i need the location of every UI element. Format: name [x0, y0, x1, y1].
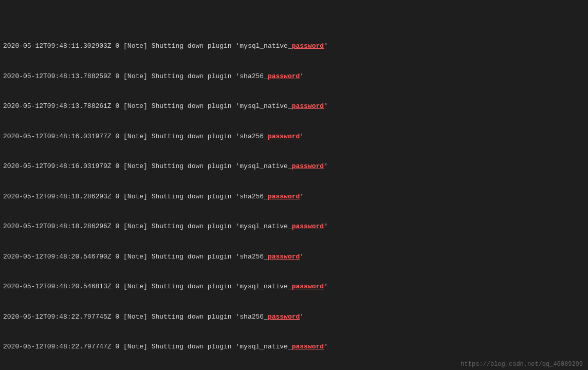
log-line-1: 2020-05-12T09:48:11.302903Z 0 [Note] Shu… — [3, 41, 585, 51]
log-line-6: 2020-05-12T09:48:18.286293Z 0 [Note] Shu… — [3, 192, 585, 202]
log-line-7: 2020-05-12T09:48:18.286296Z 0 [Note] Shu… — [3, 221, 585, 232]
terminal-content: 2020-05-12T09:48:11.302903Z 0 [Note] Shu… — [0, 0, 588, 370]
terminal-window: 2020-05-12T09:48:11.302903Z 0 [Note] Shu… — [0, 0, 588, 370]
log-line-11: 2020-05-12T09:48:22.797747Z 0 [Note] Shu… — [3, 342, 585, 352]
log-line-8: 2020-05-12T09:48:20.546790Z 0 [Note] Shu… — [3, 252, 585, 262]
watermark: https://blog.csdn.net/qq_46089299 — [461, 361, 583, 368]
log-line-9: 2020-05-12T09:48:20.546813Z 0 [Note] Shu… — [3, 282, 585, 292]
log-line-3: 2020-05-12T09:48:13.788261Z 0 [Note] Shu… — [3, 101, 585, 112]
log-line-4: 2020-05-12T09:48:16.031977Z 0 [Note] Shu… — [3, 132, 585, 142]
log-line-5: 2020-05-12T09:48:16.031979Z 0 [Note] Shu… — [3, 161, 585, 172]
log-line-10: 2020-05-12T09:48:22.797745Z 0 [Note] Shu… — [3, 312, 585, 322]
log-line-2: 2020-05-12T09:48:13.788259Z 0 [Note] Shu… — [3, 71, 585, 82]
